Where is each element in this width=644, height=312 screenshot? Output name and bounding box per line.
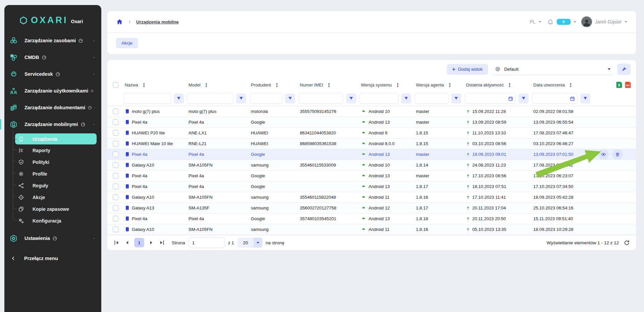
export-pdf-button[interactable]: PDF (625, 81, 631, 88)
filter-button[interactable] (519, 93, 529, 104)
table-row[interactable]: Pixel 4a Pixel 4a Google Android 13 mast… (107, 149, 636, 160)
menu-toggle[interactable]: Przełącz menu (4, 255, 101, 261)
sidebar-item-ustawienia[interactable]: Ustawienia (4, 230, 101, 247)
select-all-checkbox[interactable] (113, 82, 118, 88)
sidebar-item-uzytkownicy[interactable]: Zarządzanie użytkownikami (4, 82, 101, 99)
active-page-button[interactable]: 1 (134, 238, 144, 247)
table-row[interactable]: Galaxy A10 SM-A105FN samsung 35546011582… (107, 192, 636, 203)
row-checkbox[interactable] (113, 184, 118, 189)
sidebar-subitem-konfiguracja[interactable]: Konfiguracja (15, 215, 97, 227)
column-menu-icon[interactable]: ⋮ (204, 82, 209, 87)
filter-button[interactable] (401, 93, 411, 104)
row-checkbox[interactable] (113, 141, 118, 146)
column-header[interactable]: Wersja agenta ⋮ (415, 82, 465, 87)
sidebar-subitem-reguly[interactable]: Reguły (15, 180, 97, 191)
column-menu-icon[interactable]: ⋮ (326, 82, 331, 87)
column-menu-icon[interactable]: ⋮ (274, 82, 279, 87)
column-header[interactable]: Ostatnia aktywność ⋮ (465, 82, 532, 87)
column-header[interactable]: Data utworzenia ⋮ (532, 82, 594, 87)
filter-input[interactable] (465, 93, 516, 104)
table-row[interactable]: Galaxy A10 SM-A105FN samsung Android 11 … (107, 224, 636, 235)
filter-input[interactable] (187, 93, 233, 104)
next-page-icon[interactable] (148, 239, 155, 246)
row-view-button[interactable] (598, 149, 609, 160)
sidebar-subitem-kopie[interactable]: Kopie zapasowe (15, 203, 97, 215)
row-checkbox[interactable] (113, 216, 118, 222)
sidebar-item-cmdb[interactable]: CMDB (4, 49, 101, 66)
refresh-icon[interactable] (624, 240, 630, 246)
language-caret-icon[interactable] (539, 21, 541, 23)
table-row[interactable]: Pixel 4a Pixel 4a Google Android 13 1.8.… (107, 181, 636, 192)
bell-icon[interactable] (547, 18, 554, 25)
filter-button[interactable] (346, 93, 356, 104)
add-view-button[interactable]: + Dodaj widok (447, 64, 488, 75)
user-name[interactable]: Jarek Gąsior (595, 19, 622, 24)
filter-button[interactable] (285, 93, 295, 104)
filter-input[interactable] (299, 93, 343, 104)
filter-input[interactable] (415, 93, 448, 104)
column-header[interactable]: Model ⋮ (187, 82, 250, 87)
table-row[interactable]: moto g(7) plus moto g(7) plus motorola 3… (107, 106, 636, 117)
row-checkbox[interactable] (113, 162, 118, 168)
akcje-button[interactable]: Akcje (116, 38, 138, 48)
notification-caret-icon[interactable] (574, 21, 576, 23)
filter-button[interactable] (451, 93, 461, 104)
column-header[interactable]: Produdent ⋮ (250, 82, 299, 87)
filter-input[interactable] (123, 93, 171, 104)
filter-button[interactable] (236, 93, 246, 104)
sidebar-subitem-polityki[interactable]: Polityki (15, 156, 97, 168)
filter-button[interactable] (580, 93, 590, 104)
column-menu-icon[interactable]: ⋮ (568, 82, 573, 87)
language-select[interactable]: PL (530, 19, 536, 24)
row-checkbox[interactable] (113, 109, 118, 114)
table-row[interactable]: Galaxy A10 SM-A105FN samsung 35546011553… (107, 160, 636, 171)
column-menu-icon[interactable]: ⋮ (395, 82, 400, 87)
column-menu-icon[interactable]: ⋮ (447, 82, 452, 87)
column-header[interactable]: Wersja systemu ⋮ (360, 82, 415, 87)
row-delete-button[interactable] (612, 149, 623, 160)
row-checkbox[interactable] (113, 130, 118, 136)
table-header-row: Nazwa ⋮ Model ⋮ Produdent ⋮ Numer IMEI ⋮… (107, 78, 636, 91)
row-checkbox[interactable] (113, 205, 118, 211)
export-excel-button[interactable]: X (616, 81, 623, 88)
row-checkbox[interactable] (113, 119, 118, 125)
column-header[interactable]: Nazwa ⋮ (123, 82, 187, 87)
breadcrumb-current[interactable]: Urządzenia mobilne (136, 19, 179, 24)
user-menu-caret-icon[interactable] (625, 21, 627, 23)
filter-input[interactable] (532, 93, 578, 104)
table-row[interactable]: HUAWEI Mate 10 lite RNE-L21 HUAWEI 86859… (107, 138, 636, 149)
column-menu-icon[interactable]: ⋮ (142, 82, 147, 87)
row-checkbox[interactable] (113, 151, 118, 157)
table-row[interactable]: Galaxy A13 SM-A135F samsung 356002720127… (107, 203, 636, 213)
page-size-select[interactable]: 20 (237, 238, 262, 248)
row-checkbox[interactable] (113, 173, 118, 179)
filter-input[interactable] (250, 93, 282, 104)
page-input[interactable] (189, 237, 225, 248)
sidebar-subitem-profile[interactable]: Profile (15, 168, 97, 180)
view-select[interactable]: Default (493, 63, 612, 75)
sidebar-subitem-urzadzenia[interactable]: Urządzenia (15, 133, 97, 144)
sidebar-item-mobilne[interactable]: Zarządzanie mobilnymi (4, 116, 101, 133)
sidebar-subitem-akcje[interactable]: Akcje (15, 191, 97, 203)
row-checkbox[interactable] (113, 194, 118, 200)
notification-badge[interactable]: 0 (557, 19, 571, 25)
filter-button[interactable] (174, 93, 184, 104)
sidebar-item-dokumenty[interactable]: Zarządzanie dokumentami (4, 99, 101, 116)
table-row[interactable]: Pixel 4a Pixel 4a Google Android 13 mast… (107, 171, 636, 181)
table-row[interactable]: HUAWEI P20 lite ANE-LX1 HUAWEI 863411044… (107, 128, 636, 138)
column-header[interactable]: Numer IMEI ⋮ (299, 82, 360, 87)
first-page-icon[interactable] (113, 239, 120, 246)
table-row[interactable]: Pixel 4a Pixel 4a Google Android 13 mast… (107, 117, 636, 128)
sidebar-item-zasoby[interactable]: Zarządzanie zasobami (4, 32, 101, 49)
sidebar-subitem-raporty[interactable]: Raporty (15, 144, 97, 156)
home-icon[interactable] (116, 18, 123, 25)
view-settings-button[interactable] (617, 64, 631, 75)
prev-page-icon[interactable] (123, 239, 131, 246)
row-checkbox[interactable] (113, 227, 118, 232)
avatar[interactable] (581, 16, 592, 27)
last-page-icon[interactable] (158, 239, 166, 246)
table-row[interactable]: Pixel 4a Pixel 4a Google 357480103545201… (107, 213, 636, 224)
sidebar-item-servicedesk[interactable]: Servicedesk (4, 66, 101, 82)
filter-input[interactable] (360, 93, 398, 104)
column-menu-icon[interactable]: ⋮ (507, 82, 512, 87)
